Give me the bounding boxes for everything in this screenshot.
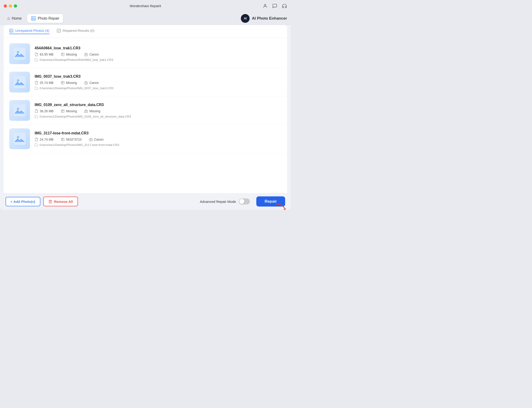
home-icon: ⌂ <box>7 16 10 21</box>
camera-icon <box>84 81 88 85</box>
advanced-mode-toggle[interactable] <box>239 198 250 204</box>
file-dimensions: Missing <box>61 52 77 56</box>
camera-icon <box>84 52 88 56</box>
file-info: IMG_3117-lose-front-mdat.CR3 24.74 MB 56… <box>35 131 281 147</box>
svg-rect-4 <box>10 29 13 32</box>
arrow-indicator <box>273 203 287 210</box>
file-size-icon <box>35 81 38 85</box>
ai-enhancer-button[interactable]: AI AI Photo Enhancer <box>241 14 287 23</box>
file-path: /Users/ws1/Desktop/Photos/IMG_3117-lose-… <box>35 143 281 147</box>
file-meta: 24.74 MB 5632*3710 Canon <box>35 138 281 141</box>
toggle-knob <box>239 199 244 204</box>
svg-rect-1 <box>31 16 35 20</box>
bottom-bar: + Add Photo(s) Remove All Advanced Repai… <box>0 193 291 210</box>
dimensions-icon <box>61 138 65 141</box>
maximize-button[interactable] <box>14 4 17 8</box>
file-info: IMG_0037_lose_trak3.CR3 25.74 MB Missing <box>35 75 281 90</box>
camera-value: Canon <box>89 81 99 85</box>
file-path: /Users/ws1/Desktop/Photos/IMG_0109_zero_… <box>35 115 281 118</box>
dimensions-icon <box>61 109 65 113</box>
tab-repaired-label: Repaired Results (0) <box>63 29 95 33</box>
home-button[interactable]: ⌂ Home <box>4 14 25 23</box>
file-dimensions: Missing <box>61 81 77 85</box>
tab-unrepaired[interactable]: Unrepaired Photos (4) <box>9 29 49 34</box>
dimensions-icon <box>61 52 65 56</box>
app-title: Wondershare Repairit <box>130 4 161 8</box>
file-item[interactable]: IMG_0109_zero_all_structure_data.CR3 36.… <box>4 96 287 125</box>
file-item[interactable]: IMG_0037_lose_trak3.CR3 25.74 MB Missing <box>4 68 287 96</box>
tab-unrepaired-label: Unrepaired Photos (4) <box>15 29 49 33</box>
svg-rect-28 <box>14 133 26 145</box>
svg-point-0 <box>264 4 266 6</box>
folder-icon <box>35 86 38 90</box>
photo-repair-label: Photo Repair <box>38 16 59 20</box>
svg-point-8 <box>17 51 19 53</box>
file-item[interactable]: 454A0664_lose_trak1.CR3 63.95 MB Missing <box>4 40 287 68</box>
file-dimensions: Missing <box>61 109 77 113</box>
camera-value: Canon <box>89 52 99 56</box>
path-value: /Users/ws1/Desktop/Photos/454A0664_lose_… <box>39 58 113 61</box>
size-value: 63.95 MB <box>40 52 53 56</box>
svg-point-3 <box>32 17 33 18</box>
svg-rect-33 <box>89 138 92 141</box>
titlebar: Wondershare Repairit <box>0 0 291 12</box>
remove-all-label: Remove All <box>54 200 73 204</box>
camera-icon <box>84 109 88 113</box>
svg-point-29 <box>17 136 19 138</box>
tabs: Unrepaired Photos (4) Repaired Results (… <box>4 25 287 38</box>
file-item[interactable]: IMG_3117-lose-front-mdat.CR3 24.74 MB 56… <box>4 125 287 153</box>
traffic-lights <box>4 4 17 8</box>
svg-point-20 <box>86 83 87 84</box>
svg-rect-23 <box>61 110 64 112</box>
file-camera: Missing <box>84 109 100 113</box>
chat-icon[interactable] <box>272 3 277 8</box>
file-name: IMG_3117-lose-front-mdat.CR3 <box>35 131 281 135</box>
svg-rect-26 <box>85 110 88 112</box>
headset-icon[interactable] <box>282 3 287 8</box>
folder-icon <box>35 143 38 147</box>
thumbnail-image-icon <box>14 104 26 116</box>
svg-rect-12 <box>85 53 88 56</box>
file-size-icon <box>35 138 38 141</box>
file-thumbnail <box>9 43 30 64</box>
svg-point-22 <box>17 108 19 110</box>
trash-icon <box>48 199 52 204</box>
ai-enhancer-label: AI Photo Enhancer <box>252 16 287 21</box>
file-size-icon <box>35 52 38 56</box>
path-value: /Users/ws1/Desktop/Photos/IMG_0037_lose_… <box>39 86 113 90</box>
svg-point-5 <box>10 30 11 30</box>
file-meta: 36.26 MB Missing Missing <box>35 109 281 113</box>
svg-rect-7 <box>14 48 26 60</box>
folder-icon <box>35 115 38 118</box>
file-path: /Users/ws1/Desktop/Photos/IMG_0037_lose_… <box>35 86 281 90</box>
dimensions-value: Missing <box>66 52 77 56</box>
svg-rect-19 <box>85 82 88 84</box>
file-camera: Canon <box>89 138 104 141</box>
thumbnail-image-icon <box>14 76 26 88</box>
file-camera: Canon <box>84 81 99 85</box>
remove-all-button[interactable]: Remove All <box>43 197 78 206</box>
tab-repaired[interactable]: Repaired Results (0) <box>57 29 95 34</box>
account-icon[interactable] <box>262 3 268 8</box>
file-path: /Users/ws1/Desktop/Photos/454A0664_lose_… <box>35 58 281 61</box>
file-meta: 63.95 MB Missing Canon <box>35 52 281 56</box>
svg-point-13 <box>86 54 87 55</box>
camera-value: Missing <box>89 109 100 113</box>
close-button[interactable] <box>4 4 7 8</box>
size-value: 24.74 MB <box>40 138 53 141</box>
file-thumbnail <box>9 72 30 93</box>
size-value: 36.26 MB <box>40 109 53 113</box>
svg-rect-14 <box>14 76 26 88</box>
dimensions-icon <box>61 81 65 85</box>
photo-repair-button[interactable]: Photo Repair <box>27 14 63 23</box>
file-name: IMG_0109_zero_all_structure_data.CR3 <box>35 103 281 107</box>
minimize-button[interactable] <box>9 4 12 8</box>
size-value: 25.74 MB <box>40 81 53 85</box>
add-photos-button[interactable]: + Add Photo(s) <box>6 197 40 206</box>
file-size: 24.74 MB <box>35 138 53 141</box>
svg-rect-30 <box>61 138 64 141</box>
titlebar-icons <box>262 3 287 8</box>
file-meta: 25.74 MB Missing Canon <box>35 81 281 85</box>
advanced-repair-mode: Advanced Repair Mode <box>200 198 250 204</box>
thumbnail-image-icon <box>14 48 26 60</box>
